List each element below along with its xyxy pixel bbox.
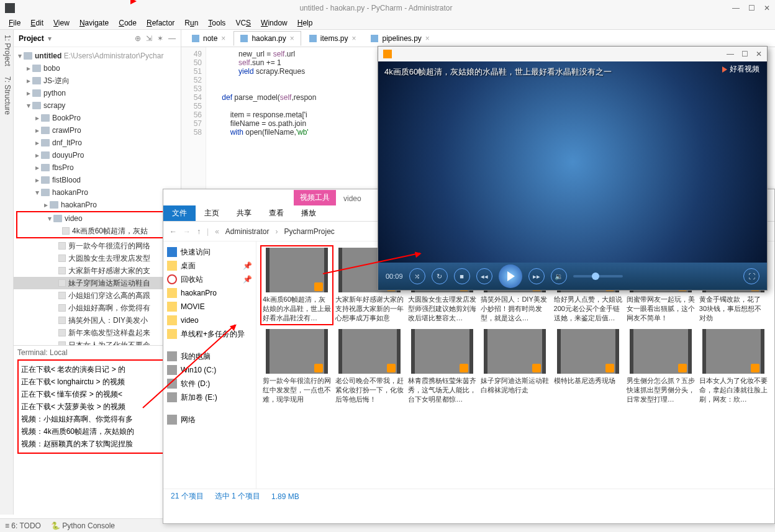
- nav-item[interactable]: 单线程+多任务的异: [167, 327, 252, 341]
- crumb-1[interactable]: Administrator: [225, 227, 270, 236]
- tab-project[interactable]: 1: Project: [1, 35, 12, 66]
- nav-fwd-icon[interactable]: →: [183, 227, 191, 236]
- player-maximize-button[interactable]: ☐: [741, 50, 748, 58]
- tree-row[interactable]: 新年来临发型这样盘起来: [14, 327, 181, 339]
- collapse-icon[interactable]: ⇲: [146, 34, 152, 43]
- tree-row[interactable]: 搞笑外国人：DIY美发小: [14, 314, 181, 327]
- python-console-tab[interactable]: 🐍 Python Console: [51, 521, 115, 530]
- ribbon-home[interactable]: 主页: [196, 205, 228, 221]
- repeat-button[interactable]: ↻: [432, 268, 448, 284]
- editor-tab[interactable]: haokan.py×: [233, 31, 301, 46]
- minimize-button[interactable]: —: [732, 4, 740, 12]
- tree-row[interactable]: ▸bobo: [14, 62, 181, 74]
- ribbon-play[interactable]: 播放: [292, 205, 325, 221]
- video-frame[interactable]: [378, 61, 767, 263]
- menu-vcs[interactable]: VCS: [232, 17, 255, 29]
- nav-item[interactable]: video: [167, 313, 252, 327]
- nav-item[interactable]: haokanPro: [167, 286, 252, 300]
- tree-row[interactable]: ▸douyuPro: [14, 149, 181, 161]
- tree-row[interactable]: 小姐姐们穿这么高的高跟: [14, 289, 181, 302]
- video-item[interactable]: 老公司晚会不带我，赶紧化妆打扮一下，化妆后等他后悔！: [335, 329, 404, 404]
- explorer-context-tab[interactable]: 视频工具: [294, 190, 336, 205]
- todo-tab[interactable]: ≡ 6: TODO: [5, 521, 41, 530]
- close-tab-icon[interactable]: ×: [221, 34, 225, 43]
- tree-row[interactable]: ▾untitled E:\Users\Administrator\Pychar: [14, 50, 181, 62]
- fullscreen-button[interactable]: ⛶: [743, 268, 759, 284]
- menu-file[interactable]: File: [5, 17, 24, 29]
- shuffle-button[interactable]: ⤭: [409, 268, 425, 284]
- tab-structure[interactable]: 7: Structure: [1, 76, 12, 115]
- video-item[interactable]: 林青霞携杨钰莹朱茵齐秀，这气场无人能比，台下女明星都惊…: [408, 329, 476, 404]
- stop-button[interactable]: ■: [454, 268, 470, 284]
- tree-row[interactable]: ▾haokanPro: [14, 186, 181, 199]
- tree-row[interactable]: 4k画质60帧超清，灰姑: [17, 225, 177, 237]
- nav-back-icon[interactable]: ←: [170, 227, 177, 236]
- video-item[interactable]: 剪一款今年很流行的网红中发发型，一点也不难，现学现用: [263, 329, 331, 404]
- ribbon-view[interactable]: 查看: [260, 205, 292, 221]
- menu-run[interactable]: Run: [181, 17, 202, 29]
- locate-icon[interactable]: ⊕: [135, 34, 141, 43]
- editor-tab[interactable]: note×: [185, 31, 232, 46]
- editor-tab[interactable]: pipelines.py×: [364, 31, 436, 46]
- tree-row[interactable]: ▸python: [14, 87, 181, 99]
- ribbon-file[interactable]: 文件: [163, 205, 196, 221]
- tree-row[interactable]: 大圆脸女生去理发店发型: [14, 252, 181, 264]
- tree-row[interactable]: ▸JS-逆向: [14, 74, 181, 87]
- player-minimize-button[interactable]: —: [727, 50, 734, 58]
- video-item[interactable]: 妹子穿阿迪达斯运动鞋白棉袜泥地行走: [481, 329, 549, 404]
- tree-row[interactable]: ▸haokanPro: [14, 199, 181, 211]
- ribbon-share[interactable]: 共享: [228, 205, 260, 221]
- nav-up-icon[interactable]: ↑: [197, 227, 201, 236]
- player-close-button[interactable]: ✕: [756, 50, 762, 58]
- volume-slider[interactable]: [573, 275, 623, 277]
- menu-window[interactable]: Window: [257, 17, 291, 29]
- tree-row[interactable]: ▸fistBlood: [14, 174, 181, 186]
- maximize-button[interactable]: ☐: [748, 4, 755, 12]
- nav-item[interactable]: 快速访问: [167, 245, 252, 259]
- menu-tools[interactable]: Tools: [204, 17, 229, 29]
- file-icon: [309, 35, 317, 42]
- terminal-output[interactable]: 正在下载< 老农的演奏日记 > 的正在下载< longhairctu > 的视频…: [17, 359, 178, 454]
- close-tab-icon[interactable]: ×: [290, 34, 294, 43]
- menu-help[interactable]: Help: [294, 17, 317, 29]
- tree-row[interactable]: ▸fbsPro: [14, 161, 181, 174]
- menu-refactor[interactable]: Refactor: [143, 17, 178, 29]
- nav-item[interactable]: 桌面📌: [167, 259, 252, 273]
- tree-row[interactable]: ▸crawlPro: [14, 124, 181, 137]
- tree-row[interactable]: ▾scrapy: [14, 99, 181, 112]
- explorer-nav[interactable]: 快速访问桌面📌回收站📌haokanProMOVIEvideo单线程+多任务的异我…: [163, 241, 256, 489]
- tree-row[interactable]: 剪一款今年很流行的网络: [14, 240, 181, 252]
- menu-code[interactable]: Code: [115, 17, 140, 29]
- nav-item[interactable]: 回收站📌: [167, 273, 252, 286]
- tree-row[interactable]: ▸dnf_ltPro: [14, 137, 181, 149]
- nav-item[interactable]: 网络: [167, 413, 252, 426]
- menu-view[interactable]: View: [50, 17, 73, 29]
- play-button[interactable]: [499, 264, 522, 288]
- tree-row[interactable]: 大家新年好感谢大家的支: [14, 264, 181, 277]
- volume-icon[interactable]: 🔉: [551, 268, 567, 284]
- nav-item[interactable]: MOVIE: [167, 300, 252, 313]
- tree-row[interactable]: 小姐姐好高啊，你觉得有: [14, 302, 181, 314]
- menu-edit[interactable]: Edit: [27, 17, 47, 29]
- nav-item[interactable]: 新加卷 (E:): [167, 390, 252, 404]
- settings-icon[interactable]: ✶: [157, 34, 163, 43]
- menu-navigate[interactable]: Navigate: [76, 17, 112, 29]
- file-icon: [240, 35, 248, 42]
- editor-tab[interactable]: items.py×: [302, 31, 363, 46]
- video-item[interactable]: 4k画质60帧超清，灰姑娘的水晶鞋，世上最好看水晶鞋没有…: [263, 248, 331, 323]
- next-button[interactable]: ▸▸: [528, 268, 545, 284]
- tree-row[interactable]: 妹子穿阿迪达斯运动鞋自: [14, 277, 181, 289]
- video-item[interactable]: 男生侧分怎么抓？五步快速抓出型男侧分头，日常发型打理…: [627, 329, 695, 404]
- prev-button[interactable]: ◂◂: [476, 268, 492, 284]
- nav-item[interactable]: 我的电脑: [167, 349, 252, 363]
- video-item[interactable]: 日本女人为了化妆不要命，拿起白漆就往脸上刷，网友：欣…: [699, 329, 768, 404]
- hide-icon[interactable]: —: [168, 34, 176, 43]
- tree-row[interactable]: ▸BookPro: [14, 112, 181, 124]
- close-tab-icon[interactable]: ×: [351, 34, 356, 43]
- nav-item[interactable]: 软件 (D:): [167, 377, 252, 390]
- close-tab-icon[interactable]: ×: [425, 34, 430, 43]
- close-button[interactable]: ✕: [764, 4, 770, 12]
- tree-row[interactable]: ▾video: [17, 212, 177, 225]
- crumb-2[interactable]: PycharmProjec: [284, 227, 335, 236]
- video-item[interactable]: 模特比基尼选秀现场: [554, 329, 622, 404]
